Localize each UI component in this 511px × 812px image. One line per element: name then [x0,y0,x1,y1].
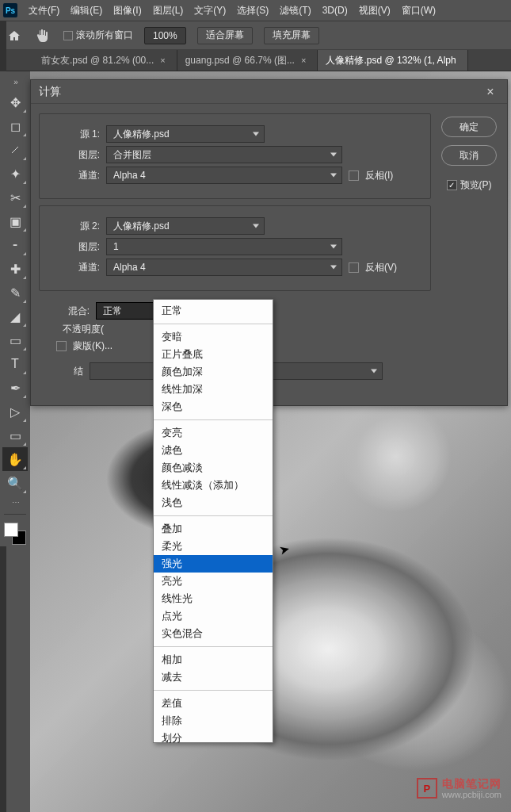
blend-mode-option[interactable]: 线性减淡（添加） [154,477,273,494]
frame-tool[interactable]: ▣ [2,209,28,233]
foreground-color-swatch[interactable] [4,523,18,537]
menu-layer[interactable]: 图层(L) [153,4,184,17]
menu-file[interactable]: 文件(F) [29,4,59,17]
blend-mode-option[interactable]: 变亮 [154,424,273,442]
blend-mode-option[interactable]: 滤色 [154,442,273,459]
blend-mode-option[interactable]: 正常 [154,302,273,320]
hand-tool-icon[interactable] [33,26,52,45]
watermark-icon: P [417,778,437,799]
source2-channel-select[interactable]: Alpha 4 [106,259,342,276]
blend-mode-option[interactable]: 亮光 [154,573,273,590]
dropdown-separator [154,515,273,516]
pen-tool[interactable]: ✒ [2,376,28,400]
flyout-indicator-icon [23,205,26,208]
blend-mode-option[interactable]: 柔光 [154,538,273,555]
cancel-button[interactable]: 取消 [441,145,497,166]
path-select-tool[interactable]: ▷ [2,400,28,423]
eraser-tool[interactable]: ◢ [2,304,28,328]
preview-label: 预览(P) [460,178,492,192]
document-tab[interactable]: 人像精修.psd @ 132% (1, Alph [318,50,467,71]
dialog-title: 计算 [39,85,482,99]
magic-wand-tool[interactable]: ✦ [2,162,28,186]
menu-3d[interactable]: 3D(D) [322,5,348,16]
source2-invert-checkbox[interactable] [349,262,359,273]
blend-mode-option[interactable]: 实色混合 [154,625,273,642]
blend-mode-dropdown[interactable]: 正常变暗正片叠底颜色加深线性加深深色变亮滤色颜色减淡线性减淡（添加）浅色叠加柔光… [153,299,273,743]
flyout-indicator-icon [23,300,26,303]
move-tool[interactable]: ✥ [2,90,28,114]
source2-layer-select[interactable]: 1 [106,238,342,255]
gradient-tool[interactable]: ▭ [2,328,28,352]
fit-screen-button[interactable]: 适合屏幕 [197,27,253,44]
scroll-all-option[interactable]: 滚动所有窗口 [63,29,133,42]
foreground-background-swatch[interactable] [2,521,28,546]
ok-button[interactable]: 确定 [441,117,497,137]
blend-mode-option[interactable]: 变暗 [154,328,273,346]
source2-section: 源 2: 人像精修.psd 图层: 1 通道: Alpha 4 反相(V) [39,205,431,291]
brush-tool[interactable]: ✎ [2,281,28,304]
app-logo: Ps [3,3,17,17]
menu-window[interactable]: 窗口(W) [402,4,436,17]
close-icon[interactable]: × [160,56,165,65]
mask-label: 蒙版(K)... [73,339,112,353]
source1-invert-checkbox[interactable] [349,170,359,181]
close-icon[interactable]: × [482,85,499,99]
blend-mode-option[interactable]: 颜色减淡 [154,459,273,477]
home-icon[interactable] [6,28,22,44]
crop-tool[interactable]: ✂ [2,186,28,209]
source2-file-select[interactable]: 人像精修.psd [106,217,265,235]
menu-type[interactable]: 文字(Y) [194,4,226,17]
dropdown-separator [154,324,273,324]
blend-mode-option[interactable]: 差值 [154,695,273,712]
blend-mode-option[interactable]: 划分 [154,730,273,747]
toolbox-overflow-icon[interactable]: ⋯ [2,496,28,508]
healing-brush-tool[interactable]: ✚ [2,257,28,281]
blend-label: 混合: [39,304,90,318]
scroll-all-checkbox[interactable] [63,31,73,40]
shape-tool[interactable]: ▭ [2,423,28,447]
fill-screen-button[interactable]: 填充屏幕 [264,27,319,44]
blend-mode-option[interactable]: 点光 [154,607,273,625]
blend-mode-option[interactable]: 排除 [154,712,273,730]
zoom-level-button[interactable]: 100% [144,27,186,44]
mask-checkbox[interactable] [56,341,67,351]
flyout-indicator-icon [23,371,26,374]
menu-select[interactable]: 选择(S) [237,4,269,17]
blend-mode-option[interactable]: 减去 [154,668,273,686]
blend-mode-option[interactable]: 深色 [154,398,273,416]
blend-mode-option[interactable]: 线性加深 [154,381,273,398]
source1-layer-select[interactable]: 合并图层 [106,146,342,163]
lasso-tool[interactable]: ⟋ [2,138,28,162]
menu-image[interactable]: 图像(I) [113,4,141,17]
document-tab[interactable]: guang.psd @ 66.7% (图... × [177,50,318,71]
opacity-label: 不透明度( [39,323,104,336]
flyout-indicator-icon [23,276,26,279]
menu-edit[interactable]: 编辑(E) [71,4,102,17]
scroll-all-label: 滚动所有窗口 [76,29,133,42]
blend-mode-option[interactable]: 正片叠底 [154,346,273,363]
source1-layer-label: 图层: [49,148,100,162]
source1-file-select[interactable]: 人像精修.psd [106,125,265,143]
marquee-tool[interactable]: ◻ [2,114,28,138]
blend-mode-option[interactable]: 线性光 [154,590,273,607]
blend-mode-option[interactable]: 叠加 [154,520,273,538]
source2-label: 源 2: [49,220,100,233]
blend-mode-option[interactable]: 颜色加深 [154,363,273,381]
hand-tool[interactable]: ✋ [2,447,28,471]
preview-option[interactable]: ✓ 预览(P) [447,178,492,192]
type-tool[interactable]: T [2,352,28,376]
dialog-titlebar[interactable]: 计算 × [31,80,507,104]
menu-view[interactable]: 视图(V) [359,4,391,17]
document-tab-bar: 前女友.psd @ 81.2% (00... × guang.psd @ 66.… [0,49,511,71]
toolbox-collapse-icon[interactable]: » [2,76,28,87]
blend-mode-option[interactable]: 强光 [154,555,273,573]
source1-channel-select[interactable]: Alpha 4 [106,167,342,184]
menu-filter[interactable]: 滤镜(T) [280,4,311,17]
document-tab[interactable]: 前女友.psd @ 81.2% (00... × [33,50,177,71]
blend-mode-option[interactable]: 相加 [154,651,273,668]
eyedropper-tool[interactable]: ⁃ [2,233,28,257]
zoom-tool[interactable]: 🔍 [2,471,28,495]
blend-mode-option[interactable]: 浅色 [154,494,273,511]
close-icon[interactable]: × [301,56,306,65]
preview-checkbox[interactable]: ✓ [447,180,457,190]
